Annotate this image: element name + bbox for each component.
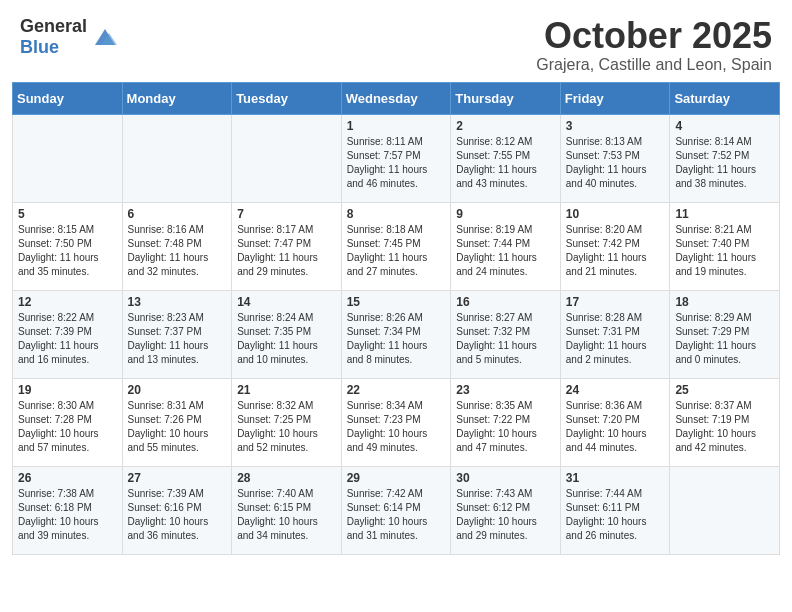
day-info-line: Daylight: 11 hours and 10 minutes.: [237, 339, 336, 367]
day-info-line: Sunrise: 8:16 AM: [128, 223, 227, 237]
day-info-line: Sunset: 7:39 PM: [18, 325, 117, 339]
day-info-line: Sunset: 6:15 PM: [237, 501, 336, 515]
day-number: 13: [128, 295, 227, 309]
calendar-cell: 17Sunrise: 8:28 AMSunset: 7:31 PMDayligh…: [560, 290, 670, 378]
day-info-line: Sunset: 7:55 PM: [456, 149, 555, 163]
day-info-line: Sunset: 6:11 PM: [566, 501, 665, 515]
day-info-line: Sunrise: 7:43 AM: [456, 487, 555, 501]
calendar-cell: 4Sunrise: 8:14 AMSunset: 7:52 PMDaylight…: [670, 114, 780, 202]
day-info-line: Sunrise: 8:23 AM: [128, 311, 227, 325]
day-info-line: Sunset: 7:48 PM: [128, 237, 227, 251]
day-info-line: Sunrise: 8:31 AM: [128, 399, 227, 413]
day-info-line: Sunrise: 8:37 AM: [675, 399, 774, 413]
day-info-line: Daylight: 10 hours and 42 minutes.: [675, 427, 774, 455]
day-info-line: Sunset: 7:34 PM: [347, 325, 446, 339]
day-info-line: Sunrise: 7:40 AM: [237, 487, 336, 501]
day-info-line: Sunset: 7:53 PM: [566, 149, 665, 163]
day-info-line: Sunset: 7:52 PM: [675, 149, 774, 163]
day-info-line: Sunset: 7:50 PM: [18, 237, 117, 251]
calendar-cell: 24Sunrise: 8:36 AMSunset: 7:20 PMDayligh…: [560, 378, 670, 466]
logo: General Blue: [20, 16, 119, 58]
day-number: 6: [128, 207, 227, 221]
day-number: 20: [128, 383, 227, 397]
location-title: Grajera, Castille and Leon, Spain: [536, 56, 772, 74]
day-number: 22: [347, 383, 446, 397]
day-info-line: Daylight: 10 hours and 47 minutes.: [456, 427, 555, 455]
day-info-line: Sunrise: 8:22 AM: [18, 311, 117, 325]
calendar-cell: 14Sunrise: 8:24 AMSunset: 7:35 PMDayligh…: [232, 290, 342, 378]
day-info-line: Sunset: 7:29 PM: [675, 325, 774, 339]
calendar-wrapper: SundayMondayTuesdayWednesdayThursdayFrid…: [0, 82, 792, 567]
day-info-line: Sunrise: 7:44 AM: [566, 487, 665, 501]
calendar-cell: 8Sunrise: 8:18 AMSunset: 7:45 PMDaylight…: [341, 202, 451, 290]
day-info-line: Daylight: 11 hours and 46 minutes.: [347, 163, 446, 191]
calendar-body: 1Sunrise: 8:11 AMSunset: 7:57 PMDaylight…: [13, 114, 780, 554]
day-info-line: Sunrise: 8:36 AM: [566, 399, 665, 413]
calendar-cell: 21Sunrise: 8:32 AMSunset: 7:25 PMDayligh…: [232, 378, 342, 466]
calendar-cell: 10Sunrise: 8:20 AMSunset: 7:42 PMDayligh…: [560, 202, 670, 290]
day-number: 26: [18, 471, 117, 485]
day-info-line: Sunrise: 8:26 AM: [347, 311, 446, 325]
day-info-line: Sunset: 7:23 PM: [347, 413, 446, 427]
calendar-cell: 12Sunrise: 8:22 AMSunset: 7:39 PMDayligh…: [13, 290, 123, 378]
day-info-line: Sunrise: 8:29 AM: [675, 311, 774, 325]
calendar-cell: [670, 466, 780, 554]
day-info-line: Sunset: 6:12 PM: [456, 501, 555, 515]
day-info-line: Daylight: 11 hours and 43 minutes.: [456, 163, 555, 191]
day-info-line: Sunrise: 8:17 AM: [237, 223, 336, 237]
day-number: 25: [675, 383, 774, 397]
day-info-line: Sunrise: 8:35 AM: [456, 399, 555, 413]
day-number: 14: [237, 295, 336, 309]
day-info-line: Sunset: 7:42 PM: [566, 237, 665, 251]
day-number: 30: [456, 471, 555, 485]
calendar-cell: [13, 114, 123, 202]
day-number: 19: [18, 383, 117, 397]
day-number: 18: [675, 295, 774, 309]
day-info-line: Sunrise: 7:39 AM: [128, 487, 227, 501]
day-info-line: Daylight: 10 hours and 49 minutes.: [347, 427, 446, 455]
day-number: 3: [566, 119, 665, 133]
day-number: 11: [675, 207, 774, 221]
day-info-line: Daylight: 10 hours and 55 minutes.: [128, 427, 227, 455]
day-info-line: Sunrise: 7:38 AM: [18, 487, 117, 501]
day-of-week-header: Saturday: [670, 82, 780, 114]
day-info-line: Sunset: 7:31 PM: [566, 325, 665, 339]
page-header: General Blue October 2025 Grajera, Casti…: [0, 0, 792, 82]
day-number: 21: [237, 383, 336, 397]
calendar-table: SundayMondayTuesdayWednesdayThursdayFrid…: [12, 82, 780, 555]
day-number: 15: [347, 295, 446, 309]
day-info-line: Daylight: 11 hours and 5 minutes.: [456, 339, 555, 367]
day-info-line: Daylight: 10 hours and 44 minutes.: [566, 427, 665, 455]
day-number: 8: [347, 207, 446, 221]
day-info-line: Sunset: 7:37 PM: [128, 325, 227, 339]
day-info-line: Sunrise: 8:34 AM: [347, 399, 446, 413]
calendar-week-row: 1Sunrise: 8:11 AMSunset: 7:57 PMDaylight…: [13, 114, 780, 202]
calendar-cell: 29Sunrise: 7:42 AMSunset: 6:14 PMDayligh…: [341, 466, 451, 554]
day-info-line: Daylight: 11 hours and 32 minutes.: [128, 251, 227, 279]
day-number: 7: [237, 207, 336, 221]
day-number: 5: [18, 207, 117, 221]
calendar-week-row: 5Sunrise: 8:15 AMSunset: 7:50 PMDaylight…: [13, 202, 780, 290]
calendar-week-row: 12Sunrise: 8:22 AMSunset: 7:39 PMDayligh…: [13, 290, 780, 378]
day-number: 23: [456, 383, 555, 397]
day-info-line: Daylight: 11 hours and 38 minutes.: [675, 163, 774, 191]
day-info-line: Sunrise: 8:28 AM: [566, 311, 665, 325]
calendar-cell: 6Sunrise: 8:16 AMSunset: 7:48 PMDaylight…: [122, 202, 232, 290]
day-of-week-header: Sunday: [13, 82, 123, 114]
calendar-header: SundayMondayTuesdayWednesdayThursdayFrid…: [13, 82, 780, 114]
day-info-line: Sunrise: 8:12 AM: [456, 135, 555, 149]
day-info-line: Daylight: 10 hours and 57 minutes.: [18, 427, 117, 455]
day-info-line: Daylight: 11 hours and 13 minutes.: [128, 339, 227, 367]
day-info-line: Daylight: 10 hours and 26 minutes.: [566, 515, 665, 543]
day-info-line: Sunset: 7:45 PM: [347, 237, 446, 251]
day-header-row: SundayMondayTuesdayWednesdayThursdayFrid…: [13, 82, 780, 114]
day-info-line: Daylight: 10 hours and 36 minutes.: [128, 515, 227, 543]
logo-blue: Blue: [20, 37, 59, 57]
logo-icon: [91, 23, 119, 51]
calendar-cell: 28Sunrise: 7:40 AMSunset: 6:15 PMDayligh…: [232, 466, 342, 554]
calendar-cell: 31Sunrise: 7:44 AMSunset: 6:11 PMDayligh…: [560, 466, 670, 554]
day-info-line: Daylight: 11 hours and 24 minutes.: [456, 251, 555, 279]
day-info-line: Sunset: 7:44 PM: [456, 237, 555, 251]
day-info-line: Daylight: 10 hours and 52 minutes.: [237, 427, 336, 455]
day-number: 1: [347, 119, 446, 133]
